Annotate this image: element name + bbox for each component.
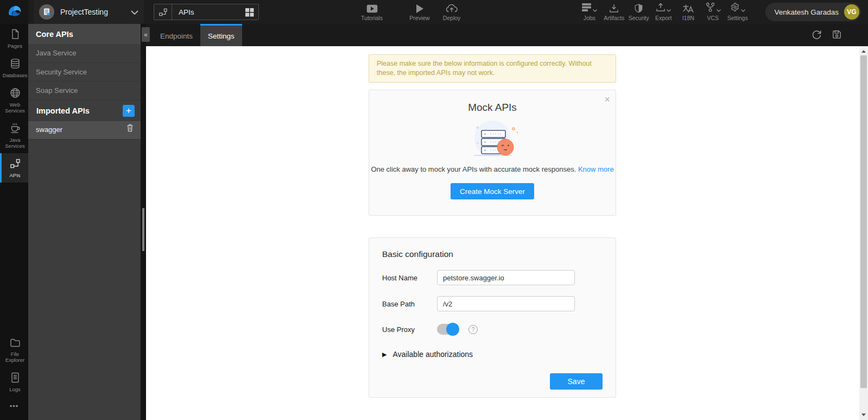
- settings-button[interactable]: Settings: [725, 0, 750, 24]
- security-button[interactable]: Security: [626, 0, 651, 24]
- logs-document-icon: [10, 372, 20, 384]
- left-rail: Pages Databases Web Services: [0, 24, 28, 420]
- scrollbar-thumb[interactable]: [860, 55, 867, 388]
- tab-settings[interactable]: Settings: [200, 24, 242, 46]
- host-name-row: Host Name: [382, 270, 603, 285]
- preview-button[interactable]: Preview: [403, 0, 436, 24]
- panel-scrollbar-thumb[interactable]: [142, 208, 144, 251]
- wave-logo-icon: [6, 3, 22, 21]
- sidebar-item-java-services[interactable]: Java Services: [0, 118, 28, 153]
- list-item-soap-service[interactable]: Soap Service: [28, 82, 141, 101]
- artifacts-download-icon: [609, 3, 619, 13]
- api-node-icon: [10, 158, 21, 170]
- base-path-label: Base Path: [382, 300, 437, 308]
- sidebar-item-pages[interactable]: Pages: [0, 24, 28, 53]
- vcs-button[interactable]: VCS: [701, 0, 726, 24]
- chevron-down-icon: [741, 7, 745, 13]
- jobs-button[interactable]: Jobs: [577, 0, 602, 24]
- top-bar: ProjectTesting APIs: [0, 0, 868, 24]
- tab-bar: Endpoints Settings: [146, 24, 868, 46]
- basic-configuration-title: Basic configuration: [382, 249, 603, 259]
- panel-scrollbar: [141, 24, 146, 420]
- project-icon: [39, 4, 54, 20]
- imported-apis-title: Imported APIs: [36, 106, 90, 115]
- sidebar-item-apis[interactable]: APIs: [0, 153, 28, 183]
- trash-icon[interactable]: [126, 121, 134, 140]
- coffee-cup-icon: [10, 123, 21, 135]
- app-logo[interactable]: [0, 0, 28, 24]
- save-file-button[interactable]: [832, 29, 842, 41]
- branch-icon: [705, 2, 715, 13]
- more-options-button[interactable]: •••: [0, 397, 28, 420]
- tab-endpoints[interactable]: Endpoints: [153, 24, 200, 46]
- close-icon[interactable]: ×: [604, 92, 610, 107]
- api-list-panel: Core APIs Java Service Security Service …: [28, 24, 146, 420]
- use-proxy-label: Use Proxy: [382, 325, 437, 334]
- refresh-button[interactable]: [811, 29, 822, 42]
- host-name-input[interactable]: [437, 270, 575, 285]
- warning-banner: Please make sure the below information i…: [369, 54, 616, 83]
- main-area: Endpoints Settings: [146, 24, 868, 420]
- sidebar-item-file-explorer[interactable]: File Explorer: [0, 333, 28, 367]
- deploy-button[interactable]: Deploy: [438, 0, 465, 24]
- available-authorizations-toggle[interactable]: ▶ Available authorizations: [382, 350, 603, 359]
- scroll-down-arrow[interactable]: [861, 413, 866, 416]
- tutorials-button[interactable]: Tutorials: [350, 0, 394, 24]
- chevron-down-icon: [131, 7, 138, 17]
- project-switcher[interactable]: ProjectTesting: [34, 0, 144, 24]
- jobs-icon: [581, 3, 592, 13]
- folder-icon: [10, 338, 21, 349]
- tutorials-icon: [366, 3, 378, 13]
- know-more-link[interactable]: Know more: [578, 165, 614, 173]
- save-button[interactable]: Save: [550, 373, 603, 390]
- vertical-scrollbar[interactable]: [859, 46, 868, 420]
- use-proxy-toggle[interactable]: [437, 324, 459, 335]
- preview-icon: [416, 3, 423, 13]
- scroll-up-arrow[interactable]: [861, 50, 866, 53]
- gear-icon: [730, 2, 740, 13]
- imported-apis-header: Imported APIs +: [28, 101, 141, 121]
- panel-title: Core APIs: [28, 24, 141, 44]
- base-path-input[interactable]: [437, 296, 575, 311]
- user-menu[interactable]: Venkatesh Garadas VG: [765, 3, 861, 21]
- toggle-knob: [446, 323, 459, 336]
- i18n-button[interactable]: I18N: [676, 0, 701, 24]
- list-item-java-service[interactable]: Java Service: [28, 44, 141, 63]
- chevron-down-icon: [717, 7, 721, 13]
- avatar: VG: [844, 4, 859, 20]
- translate-icon: [682, 3, 694, 13]
- globe-icon: [10, 87, 21, 99]
- add-api-button[interactable]: +: [123, 105, 135, 117]
- resource-selector-value: APIs: [172, 8, 245, 16]
- mock-apis-card: × Mock APIs: [369, 90, 616, 216]
- create-mock-server-button[interactable]: Create Mock Server: [451, 183, 534, 199]
- shield-icon: [634, 3, 643, 13]
- basic-configuration-card: Basic configuration Host Name Base Path …: [369, 237, 616, 398]
- help-icon[interactable]: ?: [468, 325, 478, 334]
- tabbar-actions: [811, 24, 868, 46]
- expand-arrow-icon: ▶: [382, 351, 387, 358]
- user-name: Venkatesh Garadas: [774, 8, 839, 16]
- grid-menu-icon[interactable]: [245, 8, 258, 17]
- base-path-row: Base Path: [382, 296, 603, 311]
- export-icon: [656, 3, 666, 13]
- list-item-security-service[interactable]: Security Service: [28, 63, 141, 82]
- mock-description: One click away to mock your APIs with ac…: [369, 165, 616, 173]
- sidebar-item-logs[interactable]: Logs: [0, 367, 28, 397]
- save-floppy-icon: [832, 29, 842, 41]
- sidebar-item-databases[interactable]: Databases: [0, 53, 28, 83]
- sidebar-item-web-services[interactable]: Web Services: [0, 83, 28, 118]
- artifacts-button[interactable]: Artifacts: [602, 0, 627, 24]
- topbar-right-actions: Jobs Artifacts Security: [577, 0, 750, 24]
- resource-selector[interactable]: APIs: [154, 4, 259, 20]
- refresh-icon: [811, 29, 822, 42]
- panel-collapse-button[interactable]: «: [142, 27, 150, 42]
- mock-server-illustration: [369, 118, 616, 159]
- topbar-center-actions: Tutorials Preview Deploy: [350, 0, 465, 24]
- mock-apis-title: Mock APIs: [369, 90, 616, 114]
- export-button[interactable]: Export: [651, 0, 676, 24]
- chevron-down-icon: [593, 7, 597, 13]
- list-item-swagger[interactable]: swagger: [28, 121, 141, 140]
- save-row: Save: [382, 373, 603, 390]
- deploy-cloud-icon: [446, 3, 458, 13]
